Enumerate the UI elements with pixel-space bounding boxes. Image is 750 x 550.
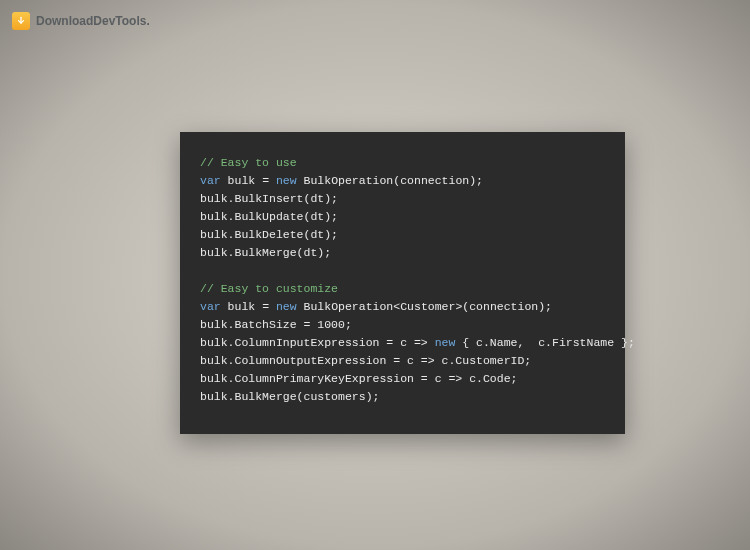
code-line: var bulk = new BulkOperation(connection)…	[200, 172, 605, 190]
code-line: // Easy to use	[200, 154, 605, 172]
code-token: new	[276, 174, 297, 187]
download-arrow-icon	[12, 12, 30, 30]
code-line: bulk.BulkMerge(dt);	[200, 244, 605, 262]
code-token: new	[435, 336, 456, 349]
code-token: // Easy to customize	[200, 282, 338, 295]
code-token: bulk.ColumnPrimaryKeyExpression = c => c…	[200, 372, 517, 385]
code-line: bulk.BulkDelete(dt);	[200, 226, 605, 244]
code-line: var bulk = new BulkOperation<Customer>(c…	[200, 298, 605, 316]
code-line: // Easy to customize	[200, 280, 605, 298]
code-blank-line	[200, 262, 605, 280]
code-line: bulk.ColumnPrimaryKeyExpression = c => c…	[200, 370, 605, 388]
code-token: bulk.BulkMerge(dt);	[200, 246, 331, 259]
code-token: bulk.ColumnInputExpression = c =>	[200, 336, 435, 349]
code-line: bulk.ColumnOutputExpression = c => c.Cus…	[200, 352, 605, 370]
code-token: bulk.BulkDelete(dt);	[200, 228, 338, 241]
code-line: bulk.BulkInsert(dt);	[200, 190, 605, 208]
brand[interactable]: DownloadDevTools.	[12, 12, 150, 30]
code-token: bulk =	[221, 300, 276, 313]
brand-text: DownloadDevTools.	[36, 14, 150, 28]
code-token: new	[276, 300, 297, 313]
code-token: bulk.ColumnOutputExpression = c => c.Cus…	[200, 354, 531, 367]
code-token: BulkOperation<Customer>(connection);	[297, 300, 552, 313]
code-token: bulk.BulkInsert(dt);	[200, 192, 338, 205]
code-token: BulkOperation(connection);	[297, 174, 483, 187]
code-token: { c.Name, c.FirstName };	[455, 336, 634, 349]
code-body: // Easy to usevar bulk = new BulkOperati…	[200, 154, 605, 406]
code-token: bulk.BatchSize = 1000;	[200, 318, 352, 331]
code-token: bulk.BulkMerge(customers);	[200, 390, 379, 403]
code-line: bulk.BulkUpdate(dt);	[200, 208, 605, 226]
code-token: var	[200, 300, 221, 313]
code-token: bulk =	[221, 174, 276, 187]
code-snippet-panel: // Easy to usevar bulk = new BulkOperati…	[180, 132, 625, 434]
code-token: bulk.BulkUpdate(dt);	[200, 210, 338, 223]
code-line: bulk.BatchSize = 1000;	[200, 316, 605, 334]
code-token: // Easy to use	[200, 156, 297, 169]
code-line: bulk.BulkMerge(customers);	[200, 388, 605, 406]
code-line: bulk.ColumnInputExpression = c => new { …	[200, 334, 605, 352]
code-token: var	[200, 174, 221, 187]
